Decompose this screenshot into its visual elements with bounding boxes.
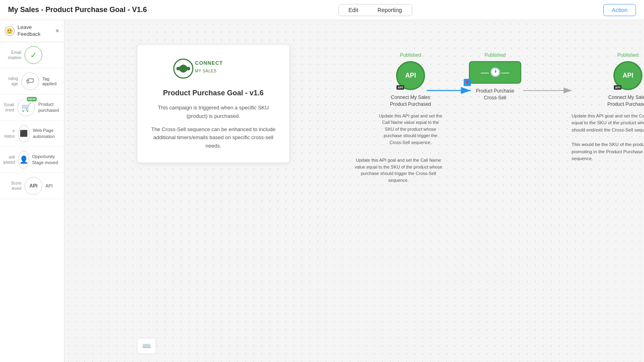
feedback-panel: 🙂 Leave Feedback ×: [0, 20, 64, 42]
svg-text:CONNECT: CONNECT: [195, 60, 223, 66]
campaign-desc1: This campaign is triggered when a specif…: [149, 104, 277, 121]
new-badge-product: NEW: [27, 97, 37, 101]
sidebar-item-opportunity-stage[interactable]: ask ipleted 👤 Opportunity Stage moved: [0, 147, 64, 173]
sidebar-left-label-tag: nding age: [3, 76, 18, 86]
sidebar-item-tag-applied[interactable]: nding age 🏷 Tag applied: [0, 68, 64, 95]
keyboard-icon: ⌨️: [142, 341, 151, 350]
header: My Sales - Product Purchase Goal - V1.6 …: [0, 0, 644, 20]
node1-desc-below: Update this API goal and set the Call Na…: [354, 157, 443, 183]
tag-applied-label: Tag applied: [42, 76, 61, 86]
edit-button[interactable]: Edit: [339, 4, 368, 16]
node3-api-circle[interactable]: API API: [613, 61, 642, 90]
node1-api-badge: API: [396, 85, 404, 90]
node2-group: Published — 🕐 — 🚩 Product PurchaseCross-…: [463, 52, 527, 101]
sidebar-left-label-email: Email rmation: [3, 50, 21, 60]
reporting-button[interactable]: Reporting: [368, 4, 412, 16]
feedback-content: 🙂 Leave Feedback: [5, 24, 56, 38]
feedback-smiley-icon: 🙂: [5, 26, 14, 36]
email-confirmation-icon: ✓: [25, 46, 42, 64]
timer-dash-right: —: [502, 68, 510, 77]
timer-dash-left: —: [481, 68, 489, 77]
opportunity-stage-label: Opportunity Stage moved: [32, 154, 61, 165]
tag-applied-icon: 🏷: [21, 72, 39, 90]
campaign-title: Product Purchase Goal - v1.6: [149, 89, 277, 97]
node1-label: Connect My SalesProduct Purchased: [378, 94, 443, 108]
sidebar-left-label-web: e status: [3, 128, 15, 139]
node3-status: Published: [572, 52, 644, 58]
node2-status: Published: [463, 52, 527, 58]
campaign-card: CONNECT MY SALES Product Purchase Goal -…: [137, 44, 290, 163]
page-title: My Sales - Product Purchase Goal - V1.6: [8, 6, 147, 14]
sidebar-left-label-product: Email ened: [3, 102, 14, 113]
api-label: API: [45, 183, 53, 188]
sidebar-left-label-score: Score ieved: [3, 181, 21, 191]
sidebar-item-product-purchased[interactable]: Email ened 🛒 NEW Product purchased: [0, 95, 64, 121]
node1-api-circle[interactable]: API API: [396, 61, 425, 90]
api-sidebar-icon: API: [25, 177, 42, 195]
node2-timer[interactable]: — 🕐 —: [469, 61, 521, 84]
node2-flag-badge: 🚩: [464, 79, 471, 86]
node3-api-label: API: [623, 72, 634, 79]
web-page-label: Web Page automation: [33, 128, 61, 139]
node2-label: Product PurchaseCross-Sell: [463, 88, 527, 101]
node1-status: Published: [378, 52, 443, 58]
node3-desc: Update this API goal and set the Call Na…: [572, 113, 644, 163]
connect-my-sales-logo: CONNECT MY SALES: [173, 57, 254, 81]
campaign-logo: CONNECT MY SALES: [149, 57, 277, 82]
node1-group: Published API API Connect My SalesProduc…: [378, 52, 443, 146]
svg-point-1: [176, 67, 180, 70]
sidebar-left-label-opp: ask ipleted: [3, 154, 15, 165]
main-layout: 🙂 Leave Feedback × Email rmation ✓ nding…: [0, 20, 644, 362]
feedback-label: Leave Feedback: [18, 24, 56, 38]
sidebar-item-api[interactable]: Score ieved API API: [0, 173, 64, 199]
timer-clock-icon: 🕐: [490, 67, 501, 78]
action-button[interactable]: Action: [603, 4, 636, 16]
opportunity-stage-icon: 👤: [18, 151, 29, 169]
sidebar-item-web-page[interactable]: e status ⬛ Web Page automation: [0, 121, 64, 147]
feedback-close-button[interactable]: ×: [56, 27, 59, 35]
edit-reporting-toggle: Edit Reporting: [339, 4, 412, 16]
node3-group: Published API API Connect My SalesProduc…: [572, 52, 644, 162]
svg-text:MY SALES: MY SALES: [195, 69, 217, 73]
campaign-desc2: The Cross-Sell sequence can be enhanced …: [149, 125, 277, 150]
web-page-icon: ⬛: [18, 125, 30, 142]
bottom-toolbar: ⌨️: [137, 338, 156, 354]
product-purchased-label: Product purchased: [38, 101, 61, 113]
canvas: CONNECT MY SALES Product Purchase Goal -…: [64, 20, 644, 362]
sidebar-item-email-confirmation[interactable]: Email rmation ✓: [0, 42, 64, 68]
sidebar: 🙂 Leave Feedback × Email rmation ✓ nding…: [0, 20, 64, 362]
node1-desc: Update this API goal and set the Call Na…: [378, 113, 443, 146]
node1-api-label: API: [405, 72, 416, 79]
svg-point-2: [187, 67, 190, 70]
node3-api-badge: API: [614, 85, 621, 90]
node3-label: Connect My SalesProduct Purchased: [572, 94, 644, 108]
